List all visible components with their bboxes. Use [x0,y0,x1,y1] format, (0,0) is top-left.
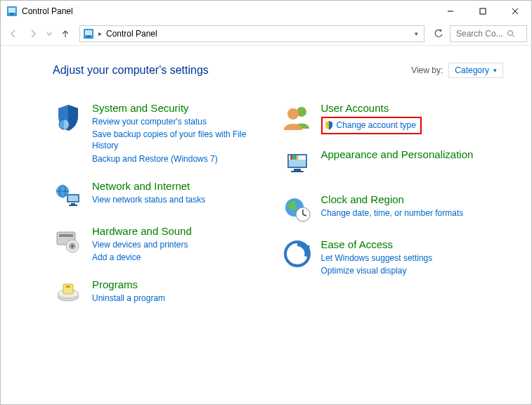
maximize-button[interactable] [467,1,499,22]
breadcrumb-icon [83,28,94,39]
ease-of-access-title[interactable]: Ease of Access [321,238,504,251]
svg-rect-35 [292,155,294,160]
titlebar: Control Panel [1,1,531,22]
svg-rect-9 [87,36,90,37]
clock-region-icon [282,193,313,224]
user-accounts-icon [282,102,313,133]
hardware-sound-title[interactable]: Hardware and Sound [92,225,275,238]
close-button[interactable] [499,1,531,22]
appearance-icon [282,148,313,179]
window-title: Control Panel [22,6,73,16]
svg-rect-8 [85,30,92,35]
highlight-change-account-type: Change account type [321,117,422,134]
svg-rect-37 [297,155,299,160]
svg-rect-36 [294,155,297,160]
breadcrumb-text[interactable]: Control Panel [106,29,157,39]
hardware-sound-icon [53,225,84,256]
appearance-title[interactable]: Appearance and Personalization [321,148,504,161]
category-system-security: System and Security Review your computer… [53,102,275,166]
svg-point-24 [71,245,74,248]
system-security-title[interactable]: System and Security [92,102,275,115]
network-internet-icon [53,180,84,211]
svg-rect-28 [66,285,70,288]
clock-region-title[interactable]: Clock and Region [321,193,504,206]
link-add-device[interactable]: Add a device [92,252,275,263]
search-input[interactable] [455,28,504,39]
link-change-account-type[interactable]: Change account type [337,120,416,131]
svg-rect-18 [71,203,75,205]
svg-rect-21 [59,234,73,237]
svg-rect-4 [480,8,486,14]
svg-rect-19 [69,205,77,206]
network-internet-title[interactable]: Network and Internet [92,180,275,193]
system-security-icon [53,102,84,133]
svg-point-10 [508,30,513,35]
chevron-right-icon: ▸ [98,30,102,37]
category-appearance: Appearance and Personalization [282,148,504,179]
svg-rect-1 [8,8,15,13]
breadcrumb[interactable]: ▸ Control Panel ▾ [79,25,424,42]
link-network-status[interactable]: View network status and tasks [92,194,275,205]
category-ease-of-access: Ease of Access Let Windows suggest setti… [282,238,504,278]
link-file-history[interactable]: Save backup copies of your files with Fi… [92,129,275,151]
svg-rect-39 [291,171,304,172]
link-devices-printers[interactable]: View devices and printers [92,239,275,250]
link-backup-restore[interactable]: Backup and Restore (Windows 7) [92,153,275,165]
viewby-dropdown[interactable]: Category ▾ [448,63,503,78]
link-date-time-formats[interactable]: Change date, time, or number formats [321,207,504,219]
chevron-down-icon: ▾ [493,67,497,74]
link-suggest-settings[interactable]: Let Windows suggest settings [321,252,504,264]
minimize-button[interactable] [434,1,467,22]
navbar: ▸ Control Panel ▾ [1,22,531,46]
ease-of-access-icon [282,238,313,269]
category-clock-region: Clock and Region Change date, time, or n… [282,193,504,224]
svg-rect-34 [290,155,292,160]
link-uninstall-program[interactable]: Uninstall a program [92,292,275,304]
viewby-control: View by: Category ▾ [411,63,503,78]
page-title: Adjust your computer's settings [53,64,209,77]
category-hardware-sound: Hardware and Sound View devices and prin… [53,225,275,264]
right-column: User Accounts Change account type Appear… [282,102,504,323]
left-column: System and Security Review your computer… [53,102,275,323]
header-row: Adjust your computer's settings View by:… [53,63,503,78]
user-accounts-title[interactable]: User Accounts [321,102,504,115]
viewby-label: View by: [411,65,443,75]
svg-line-11 [512,35,514,37]
category-network-internet: Network and Internet View network status… [53,180,275,211]
category-programs: Programs Uninstall a program [53,278,275,309]
breadcrumb-dropdown-icon[interactable]: ▾ [415,30,421,37]
programs-icon [53,278,84,309]
svg-rect-2 [11,13,13,15]
search-box[interactable] [450,25,527,42]
search-icon [507,30,515,38]
recent-dropdown[interactable] [44,25,54,42]
uac-shield-icon [324,120,334,130]
forward-button[interactable] [25,25,41,42]
programs-title[interactable]: Programs [92,278,275,291]
link-optimize-display[interactable]: Optimize visual display [321,265,504,276]
link-review-status[interactable]: Review your computer's status [92,116,275,127]
svg-rect-38 [294,169,301,171]
back-button[interactable] [5,25,22,42]
control-panel-icon [6,6,18,17]
category-user-accounts: User Accounts Change account type [282,102,504,134]
content-area: Adjust your computer's settings View by:… [1,46,531,323]
svg-rect-17 [68,195,78,201]
up-button[interactable] [57,25,74,42]
refresh-button[interactable] [430,25,447,42]
viewby-value: Category [455,65,489,75]
svg-point-30 [287,108,299,120]
